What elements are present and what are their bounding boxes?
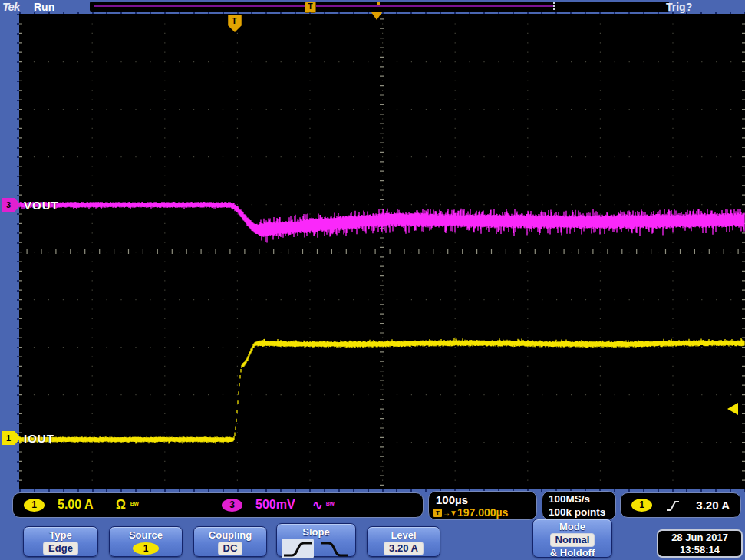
date-value: 28 Jun 2017: [658, 532, 741, 544]
trigger-type-title: Type: [24, 529, 97, 541]
datetime-display: 28 Jun 2017 13:58:14: [657, 529, 743, 558]
channel3-bandwidth-icon: ᴮᵂ: [326, 500, 335, 509]
acquisition-readout: 100MS/s 100k points: [542, 491, 616, 520]
time-value: 13:58:14: [658, 544, 741, 556]
trigger-level-title: Level: [368, 529, 440, 541]
graticule-bottom-ticks: [19, 489, 745, 492]
trigger-level-arrow-icon[interactable]: [727, 402, 740, 416]
scope-graticule-svg: [19, 14, 745, 489]
trigger-slope-button[interactable]: Slope: [276, 523, 356, 557]
acquisition-waveform-preview: [94, 5, 554, 7]
channel1-position-marker[interactable]: 1: [2, 431, 21, 445]
tek-logo: Tek: [2, 0, 19, 13]
trigger-delay-readout: T→▼197.000µs: [433, 506, 508, 519]
readout-bar: 1 5.00 A Ω ᴮᵂ 3 500mV ∿ ᴮᵂ 100µs T→▼197.…: [0, 489, 745, 522]
trigger-type-button[interactable]: Type Edge: [23, 526, 98, 557]
falling-slope-icon[interactable]: [318, 539, 351, 558]
trigger-type-value: Edge: [44, 542, 77, 555]
trigger-flag-mini-icon: T: [433, 509, 442, 517]
channel3-position-marker[interactable]: 3: [2, 198, 21, 212]
left-edge-strip: [0, 14, 19, 489]
channel1-label: IOUT: [24, 432, 54, 445]
expansion-point-marker-icon: [371, 12, 382, 20]
record-length: 100k points: [549, 506, 605, 518]
oscilloscope-screen: Tek Run T Trig? 3 VOUT 1 IOUT T: [0, 0, 745, 560]
channel3-coupling-icon: ∿: [312, 498, 322, 512]
trigger-level-value: 3.20 A: [384, 542, 423, 555]
trigger-slope-title: Slope: [277, 526, 355, 538]
trigger-source-value: 1: [133, 542, 159, 555]
channel3-scale: 500mV: [255, 498, 295, 512]
channel1-scale: 5.00 A: [58, 498, 94, 512]
trigger-source-title: Source: [110, 529, 182, 541]
rising-edge-icon: [666, 499, 680, 512]
channel3-badge: 3: [222, 499, 242, 512]
svg-text:1: 1: [6, 433, 11, 443]
trigger-mode-value: Normal: [551, 534, 595, 546]
expansion-point-tick-icon: [377, 2, 380, 5]
svg-text:3: 3: [6, 200, 11, 209]
trigger-position-flag-icon[interactable]: T: [228, 15, 242, 33]
acquisition-preview-bar: T: [90, 2, 669, 12]
trigger-mode-suffix: & Holdoff: [533, 547, 611, 558]
trigger-delay-value: 197.000µs: [457, 506, 508, 519]
trigger-level-button[interactable]: Level 3.20 A: [367, 526, 440, 557]
timebase-scale: 100µs: [436, 493, 468, 506]
trigger-source-badge: 1: [631, 499, 652, 512]
channel1-impedance: Ω: [116, 498, 126, 512]
trigger-level-readout: 3.20 A: [696, 499, 730, 512]
delay-arrows-icon: →▼: [443, 509, 457, 517]
rising-slope-icon[interactable]: [282, 539, 314, 558]
sample-rate: 100MS/s: [549, 493, 590, 505]
channel1-bandwidth-icon: ᴮᵂ: [130, 500, 139, 509]
svg-text:T: T: [232, 16, 237, 25]
trigger-coupling-button[interactable]: Coupling DC: [193, 526, 267, 557]
acquisition-window-bracket: [553, 2, 555, 11]
channel-scale-readout: 1 5.00 A Ω ᴮᵂ 3 500mV ∿ ᴮᵂ: [12, 492, 424, 518]
trigger-mode-button[interactable]: Mode Normal & Holdoff: [532, 519, 612, 558]
waveform-display: [19, 14, 745, 489]
channel3-label: VOUT: [24, 199, 59, 212]
channel1-badge: 1: [24, 499, 45, 512]
timebase-readout: 100µs T→▼197.000µs: [428, 491, 537, 520]
trigger-readout: 1 3.20 A: [620, 492, 741, 518]
trigger-coupling-value: DC: [219, 542, 242, 555]
trigger-coupling-title: Coupling: [194, 529, 266, 541]
trigger-mode-title: Mode: [533, 521, 611, 532]
trigger-source-button[interactable]: Source 1: [109, 526, 183, 557]
